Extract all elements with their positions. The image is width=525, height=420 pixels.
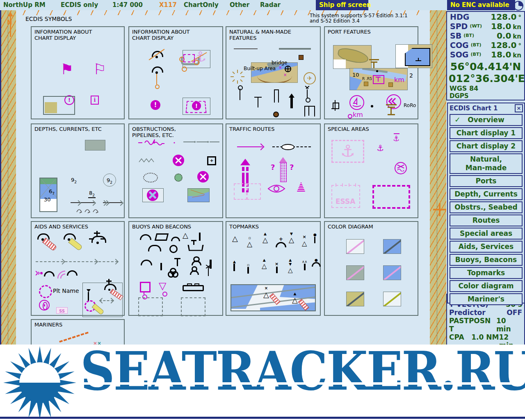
seabed-inset: [187, 188, 210, 202]
radar-button[interactable]: Radar: [260, 1, 281, 9]
magenta-dash-box: [183, 54, 195, 62]
menu-item-buoys-beacons[interactable]: Buoys, Beacons: [450, 254, 523, 266]
chart-area: N ECDIS SYMBOLS This system supports S-5…: [0, 10, 446, 345]
topmark-cross-dome: +: [276, 236, 286, 247]
menu-title: ECDIS Chart 1: [450, 105, 498, 112]
anchor-icon: ⚓: [340, 142, 355, 160]
light-sector-red: [269, 293, 280, 305]
basin-inset: [395, 44, 432, 68]
other-button[interactable]: Other: [230, 1, 249, 9]
topmarks-map-inset: ×△ ▲△: [231, 284, 316, 311]
nav-row-cog: COG(BT) 128.0°: [447, 40, 524, 50]
depth-sounding: 67: [49, 188, 55, 196]
menu-item-aids-services[interactable]: Aids, Services: [450, 241, 523, 253]
check-icon: ✓: [454, 115, 461, 124]
wreck-danger-icon: [173, 155, 184, 166]
panel-title: BUOYS AND BEACONS: [132, 224, 191, 230]
menu-item-topmarks[interactable]: Topmarks: [450, 267, 523, 279]
aids-inset: [82, 283, 123, 317]
panel-title: INFORMATION ABOUTCHART DISPLAY: [34, 29, 92, 41]
reef-zigzag: [138, 158, 156, 163]
mariner-mark: ×: [93, 340, 97, 345]
panel-title: SPECIAL AREAS: [328, 126, 369, 132]
nav-data-panel: HDG 128.0° SPD(WT) 18.0kn SB(BT) 0.0kn C…: [446, 11, 525, 100]
topmark-box-spar: ▫: [247, 263, 249, 274]
orange-circle: [155, 84, 160, 89]
airport-icon: ✈: [304, 72, 316, 84]
strip-divider-line: [8, 10, 8, 345]
strip-divider-line: [437, 10, 437, 345]
menu-item-chart-display-1[interactable]: Chart display 1: [450, 127, 523, 139]
brown-dot: [273, 112, 279, 117]
chart-scale-button[interactable]: 1:47 000: [112, 1, 143, 9]
pilot-station-icon: [39, 300, 50, 310]
crane-icon: [390, 107, 392, 115]
menu-item-mariners[interactable]: Mariner's: [450, 293, 523, 305]
panel-title: TRAFFIC ROUTES: [229, 126, 275, 132]
beacon-icon: [88, 292, 89, 301]
light-sector-red: [42, 237, 57, 251]
no-data-strip-left: [0, 10, 16, 345]
panel-title: OBSTRUCTIONS,PIPELINES, ETC.: [132, 126, 176, 138]
depth-label: 10: [352, 72, 359, 78]
menu-item-color-diagram[interactable]: Color diagram: [450, 280, 523, 292]
alert-inset: !: [183, 98, 210, 115]
alert-badge-icon: !: [192, 101, 201, 110]
close-icon[interactable]: ×: [515, 104, 523, 112]
color-swatch: [383, 265, 401, 280]
buoy-area-box: [181, 297, 205, 316]
gate-symbol: [304, 106, 315, 116]
pipeline-segment: [183, 142, 194, 142]
daymark-triangle-icon: ▽: [159, 280, 166, 292]
beacon-with-topmark: ×△: [263, 286, 269, 299]
panel-obstructions: OBSTRUCTIONS,PIPELINES, ETC. +: [128, 123, 223, 218]
panel-title: NATURAL & MAN-MADEFEATURES: [229, 29, 291, 41]
monument-symbol: [290, 98, 293, 108]
anchor-berth-icon: ⚓: [393, 134, 399, 143]
wreck-inset: [142, 188, 164, 202]
topmark-two-cones: ▲△: [262, 258, 267, 270]
menu-item-ports[interactable]: Ports: [450, 175, 523, 187]
orientation-mode-button[interactable]: NorthUp RM: [3, 1, 46, 9]
watermark-stripe: [80, 382, 523, 385]
topmark-sphere-cluster: ●: [312, 258, 321, 267]
ship-position-cross-icon: [433, 203, 446, 216]
topmark-cone-spar: ▲: [233, 260, 236, 271]
edition-note: This system supports S-57 Edition 3.1.1a…: [310, 13, 408, 24]
chart-only-button[interactable]: ChartOnly: [184, 1, 219, 9]
essa-area-box: ESSA: [331, 185, 360, 208]
pilot-boarding-circle: [39, 285, 52, 298]
bottom-border-line: [0, 417, 525, 419]
precautionary-box: [234, 183, 247, 200]
top-status-bar: NorthUp RM ECDIS only 1:47 000 X117 Char…: [0, 0, 525, 10]
panel-title: DEPTHS, CURRENTS, ETC: [34, 126, 102, 132]
buoy-dome: [148, 245, 161, 251]
watermark-banner: SEATRACKER.RU: [0, 345, 525, 420]
menu-item-routes[interactable]: Routes: [450, 215, 523, 226]
menu-item-overview[interactable]: ✓ Overview: [450, 114, 523, 126]
mariner-mark: ×: [97, 340, 101, 345]
ship-off-screen-alert: Ship off screen: [316, 0, 368, 10]
predictor-row[interactable]: PredictorOFF: [447, 308, 524, 317]
timer-clock-icon[interactable]: [514, 1, 523, 11]
topmark-flags-spar: ∧∧: [302, 260, 307, 270]
daymark-square-icon: [140, 282, 151, 292]
no-data-strip-right: [430, 10, 446, 345]
pastposn-row[interactable]: PASTPOSN T10 min: [447, 317, 524, 333]
recommended-track-arrow: [279, 157, 287, 182]
buoy-can: [155, 233, 169, 241]
current-arrow-double: [103, 202, 122, 203]
shoal-patch-icon: [174, 173, 183, 182]
sparkle-mark: ×: [283, 73, 287, 77]
sparkle-mark: ×: [278, 65, 282, 70]
obstruction-box-icon: +: [207, 156, 216, 165]
panel-title: TOPMARKS: [229, 224, 259, 230]
menu-item-depth-currents[interactable]: Depth, Currents: [450, 188, 523, 200]
menu-item-special-areas[interactable]: Special areas: [450, 228, 523, 240]
sun-logo-icon: [3, 346, 76, 419]
km-label: km: [394, 76, 404, 84]
menu-item-obstrs-seabed[interactable]: Obstrs., Seabed: [450, 201, 523, 213]
menu-item-natural-manmade[interactable]: Natural,Man-made: [450, 153, 523, 174]
menu-item-chart-display-2[interactable]: Chart display 2: [450, 140, 523, 152]
display-mode-button[interactable]: ECDIS only: [61, 1, 98, 9]
